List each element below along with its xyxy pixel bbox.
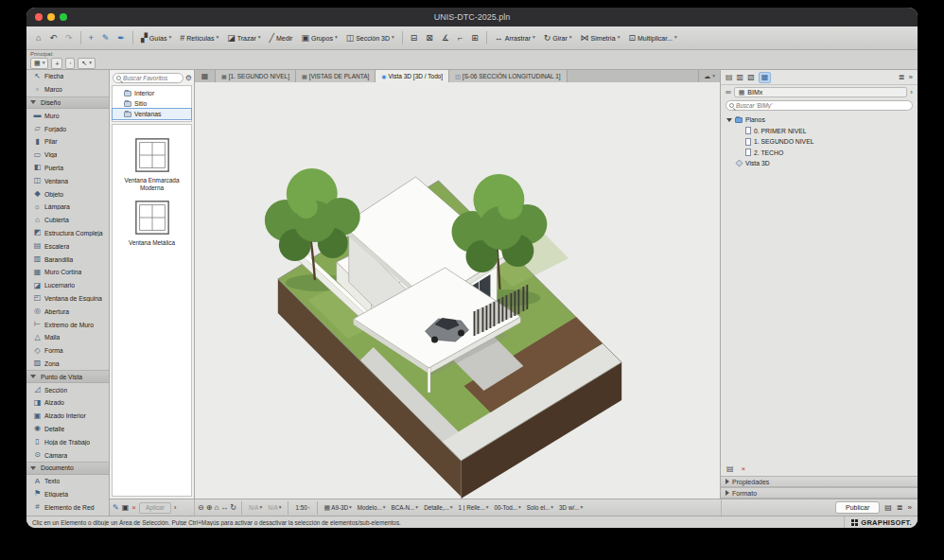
layer-combo[interactable]: ▦▾: [30, 58, 48, 69]
toolbox-item[interactable]: ◿ Sección: [26, 383, 109, 396]
tree-item[interactable]: Vista 3D: [721, 158, 918, 169]
section3d-menu-button[interactable]: ◫Sección 3D▾: [342, 29, 398, 47]
quick-options-dropdown[interactable]: 3D w/...▾: [557, 504, 585, 511]
fillet-button[interactable]: ⌐: [454, 29, 466, 47]
home-button[interactable]: ⌂: [32, 29, 44, 47]
toolbox-item[interactable]: ⌂ Cubierta: [26, 214, 109, 227]
toolbox-item[interactable]: ▨ Zona: [26, 358, 109, 371]
toolbox-item[interactable]: ▣ Alzado Interior: [26, 410, 109, 423]
toolbox-item[interactable]: ◉ Detalle: [26, 423, 109, 436]
arrow-tool-dropdown[interactable]: ↖▾: [78, 58, 96, 69]
quick-options-dropdown[interactable]: Modelo...▾: [356, 504, 388, 511]
link-icon[interactable]: ∞: [725, 89, 731, 96]
favorites-search-input[interactable]: [123, 75, 180, 81]
toolbox-item[interactable]: Punto de Vista: [26, 370, 109, 383]
pen-tool-button[interactable]: ✒: [114, 29, 129, 47]
mirror-menu-button[interactable]: ⋈Simetría▾: [577, 29, 624, 47]
fit-in-window-icon[interactable]: ⌂: [214, 504, 219, 512]
favorites-folder[interactable]: Interior: [113, 88, 191, 98]
toolbox-item[interactable]: ◨ Alzado: [26, 396, 109, 410]
toolbox-item[interactable]: Documento: [26, 462, 109, 475]
toolbox-item[interactable]: ▯ Hoja de Trabajo: [26, 435, 109, 448]
gear-icon[interactable]: ⚙: [185, 74, 192, 82]
more-chevron-icon[interactable]: »: [909, 74, 913, 81]
quick-options-dropdown[interactable]: 1 | Relle...▾: [457, 504, 491, 511]
minimize-window-button[interactable]: [47, 13, 55, 21]
toolbox-item[interactable]: ⊢ Extremo de Muro: [26, 318, 109, 331]
resize-button[interactable]: ⊞: [467, 29, 482, 47]
toolbox-item[interactable]: ◧ Puerta: [26, 162, 109, 175]
tree-folder-planos[interactable]: Planos: [721, 114, 918, 126]
teamwork-cloud-tab[interactable]: ☁ ▾: [698, 70, 720, 82]
toolbox-item[interactable]: ◎ Abertura: [26, 305, 109, 318]
properties-panel-header[interactable]: Propiedades: [721, 476, 918, 487]
toolbox-item[interactable]: ▭ Viga: [26, 149, 109, 162]
collapse-arrow-icon[interactable]: [726, 118, 732, 122]
add-button[interactable]: +: [51, 58, 62, 69]
fullscreen-window-button[interactable]: [60, 13, 67, 21]
pick-up-parameters-button[interactable]: +: [85, 29, 97, 47]
expand-button[interactable]: ›: [65, 58, 75, 69]
toolbox-item[interactable]: ▫ Marco: [26, 83, 109, 96]
scale-dropdown[interactable]: 1:50›: [293, 504, 311, 511]
quick-options-dropdown[interactable]: BCA-N...▾: [390, 504, 421, 511]
3d-canvas[interactable]: [195, 82, 720, 499]
view-tab[interactable]: ◉ Vista 3D [3D / Todo]: [376, 70, 449, 82]
drag-menu-button[interactable]: ↔Arrastrar▾: [491, 29, 539, 47]
toolbox-item[interactable]: Diseño: [26, 96, 109, 110]
adjust-button[interactable]: ⊠: [422, 29, 437, 47]
pencil-tool-button[interactable]: ✎: [98, 29, 114, 47]
toolbox-item[interactable]: ◇ Forma: [26, 344, 109, 358]
navigator-search-input[interactable]: [736, 102, 909, 109]
list-icon[interactable]: ≣: [899, 74, 905, 81]
intersect-button[interactable]: ∡: [438, 29, 453, 47]
toolbox-item[interactable]: ▬ Muro: [26, 109, 109, 122]
favorite-item[interactable]: Ventana Enmarcada Moderna: [113, 136, 191, 191]
toolbox-item[interactable]: ⚑ Etiqueta: [26, 488, 109, 501]
split-button[interactable]: ⊟: [407, 29, 422, 47]
inject-settings-icon[interactable]: ▣: [122, 504, 130, 512]
toolbox-item[interactable]: ◆ Objeto: [26, 187, 109, 201]
quick-options-dropdown[interactable]: Detalle,...▾: [422, 504, 454, 511]
delete-icon[interactable]: ×: [742, 465, 746, 473]
tree-item[interactable]: 0. PRIMER NIVEL: [721, 126, 918, 137]
trace-menu-button[interactable]: ◪Trazar▾: [223, 29, 264, 47]
panel-toggle-icon[interactable]: ▤: [884, 504, 892, 512]
publish-button[interactable]: Publicar: [835, 501, 880, 514]
redo-button[interactable]: ↷: [61, 29, 77, 47]
quick-options-dropdown[interactable]: Solo el...▾: [525, 504, 555, 511]
titlebar[interactable]: UNIS-DTC-2025.pln: [26, 8, 918, 26]
pick-up-settings-icon[interactable]: ✎: [113, 504, 119, 512]
view-tab[interactable]: ◫ [S-06 SECCIÓN LONGITUDINAL 1]: [449, 70, 567, 82]
view-tab[interactable]: ▦ [VISTAS DE PLANTA]: [296, 70, 376, 82]
measure-button[interactable]: ╱Medir: [265, 29, 296, 47]
guides-menu-button[interactable]: ▞Guías▾: [137, 29, 175, 47]
list-icon[interactable]: ≣: [897, 504, 903, 512]
orbit-icon[interactable]: ↻: [230, 504, 236, 512]
view-map-icon[interactable]: ▥: [737, 74, 744, 81]
toolbox-item[interactable]: ⊙ Cámara: [26, 448, 109, 462]
apply-button[interactable]: Aplicar: [139, 502, 171, 514]
format-panel-header[interactable]: Formato: [721, 487, 918, 499]
toolbox-item[interactable]: A Texto: [26, 475, 109, 488]
toolbox-item[interactable]: ◰ Ventana de Esquina: [26, 292, 109, 306]
pen-set-dropdown[interactable]: ▦A9-3D▾: [323, 504, 354, 512]
toolbox-item[interactable]: # Elemento de Red: [26, 500, 109, 514]
toolbox-item[interactable]: ▤ Escalera: [26, 239, 109, 253]
toolbox-item[interactable]: ▮ Pilar: [26, 135, 109, 149]
chevron-right-icon[interactable]: ›: [910, 89, 913, 96]
zoom-in-icon[interactable]: ⊕: [206, 504, 213, 512]
layout-book-icon[interactable]: ▧: [747, 74, 755, 81]
pan-icon[interactable]: ↔: [220, 504, 228, 512]
toolbox-item[interactable]: ▦ Muro Cortina: [26, 266, 109, 279]
zoom-out-icon[interactable]: ⊖: [198, 504, 204, 512]
bimx-set-dropdown[interactable]: ▦ BIMx: [734, 87, 908, 97]
multiply-menu-button[interactable]: ⊡Multiplicar...▾: [624, 29, 680, 47]
tree-item[interactable]: 1. SEGUNDO NIVEL: [721, 136, 918, 148]
close-window-button[interactable]: [35, 13, 43, 21]
more-chevron-icon[interactable]: »: [908, 504, 912, 512]
cancel-icon[interactable]: ×: [131, 504, 136, 512]
view-tab[interactable]: ▦ [1. SEGUNDO NIVEL]: [216, 70, 296, 82]
publisher-sets-icon[interactable]: ▦: [759, 72, 772, 83]
project-map-icon[interactable]: ▤: [725, 74, 733, 81]
